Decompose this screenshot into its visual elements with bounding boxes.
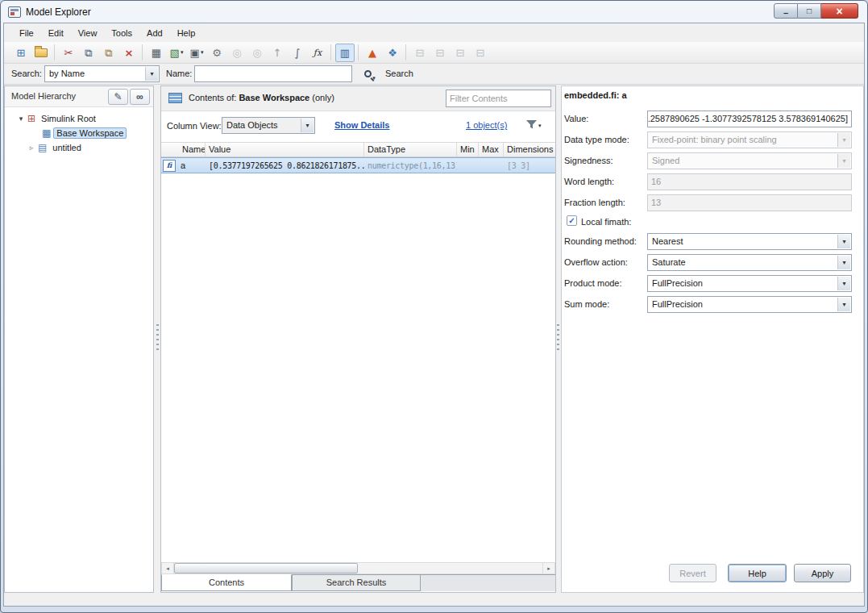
column-view-select[interactable]: Data Objects ▾ xyxy=(222,117,315,134)
new-data-icon[interactable]: ⊞ xyxy=(11,44,31,62)
menu-add[interactable]: Add xyxy=(139,26,170,40)
fraction-length-field: 13 xyxy=(647,194,852,211)
name-search-input[interactable] xyxy=(194,65,352,82)
column-view-value: Data Objects xyxy=(226,120,278,130)
simulink-root-icon xyxy=(27,114,35,123)
column-header-value[interactable]: Value xyxy=(206,143,364,156)
word-length-value: 16 xyxy=(651,177,661,186)
fraction-length-value: 13 xyxy=(651,198,661,207)
column-header-min[interactable]: Min xyxy=(457,143,479,156)
copy-icon[interactable]: ⧉ xyxy=(79,44,98,62)
chevron-down-icon: ▾ xyxy=(837,235,850,248)
column-header-name[interactable]: Name xyxy=(161,143,206,156)
minimize-button[interactable] xyxy=(774,3,798,19)
menu-view[interactable]: View xyxy=(71,26,105,40)
list-rows-icon xyxy=(168,93,182,103)
menubar: File Edit View Tools Add Help xyxy=(4,24,864,42)
sum-mode-value: FullPrecision xyxy=(652,299,703,309)
paste-to-icon: ⊟ xyxy=(471,44,490,62)
matlab-icon[interactable]: ▲ xyxy=(363,44,382,62)
grid-view-icon[interactable]: ▦ xyxy=(147,44,166,62)
search-icon-button[interactable]: ▾ xyxy=(358,65,382,83)
pencil-icon[interactable] xyxy=(108,89,128,105)
filter-contents-input[interactable] xyxy=(446,90,551,107)
column-header-max[interactable]: Max xyxy=(479,143,504,156)
tree-item-base-workspace[interactable]: Base Workspace xyxy=(42,126,127,140)
chart-icon[interactable]: ▧▾ xyxy=(167,44,186,62)
help-button[interactable]: Help xyxy=(728,564,787,582)
apply-button[interactable]: Apply xyxy=(794,564,851,582)
menu-file[interactable]: File xyxy=(12,26,41,40)
search-run-button[interactable]: Search xyxy=(385,69,413,78)
rounding-method-label: Rounding method: xyxy=(564,236,637,246)
contents-of-text: Contents of: Base Workspace (only) xyxy=(189,93,334,102)
cell-dimensions: [3 3] xyxy=(504,161,554,170)
chevron-down-icon: ▾ xyxy=(145,67,158,81)
column-header-dimensions[interactable]: Dimensions xyxy=(504,143,554,156)
scroll-left-arrow-icon[interactable]: ◂ xyxy=(162,563,174,573)
overflow-action-select[interactable]: Saturate ▾ xyxy=(647,254,852,271)
contents-of-scope: Base Workspace xyxy=(239,93,309,102)
tree-item-label: untitled xyxy=(49,142,84,153)
tree-item-untitled[interactable]: untitled xyxy=(27,140,85,154)
rounding-method-select[interactable]: Nearest ▾ xyxy=(647,233,852,250)
tree-item-label: Base Workspace xyxy=(53,127,127,139)
copy-to-icon-glyph: ⊟ xyxy=(436,48,445,58)
titlebar: Model Explorer xyxy=(8,4,91,20)
data-type-mode-label: Data type mode: xyxy=(564,135,629,144)
expander-icon[interactable] xyxy=(17,115,25,123)
column-view-icon[interactable]: ▥ xyxy=(335,44,355,62)
menu-edit[interactable]: Edit xyxy=(41,26,71,40)
chevron-down-icon: ▾ xyxy=(837,256,850,269)
word-length-field: 16 xyxy=(647,173,852,190)
pause-icon-glyph: ◎ xyxy=(252,48,261,58)
fx-icon[interactable]: ƒx xyxy=(308,44,327,62)
menu-tools[interactable]: Tools xyxy=(104,26,139,40)
tree-item-simulink-root[interactable]: Simulink Root xyxy=(17,111,99,125)
column-header-datatype[interactable]: DataType xyxy=(364,143,457,156)
signedness-select: Signed ▾ xyxy=(647,152,852,169)
move-to-icon: ⊟ xyxy=(451,44,470,62)
tab-search-results[interactable]: Search Results xyxy=(292,575,421,591)
delete-icon[interactable]: × xyxy=(119,44,139,62)
tab-contents[interactable]: Contents xyxy=(161,574,292,591)
value-field[interactable]: 2.2587890625 -1.3077392578125 3.57836914… xyxy=(647,111,852,127)
gear-icon[interactable]: ⚙ xyxy=(207,44,226,62)
glasses-icon[interactable] xyxy=(130,89,150,105)
view-options-icon[interactable]: ▣▾ xyxy=(187,44,206,62)
right-splitter-handle[interactable] xyxy=(557,324,559,353)
model-hierarchy-title: Model Hierarchy xyxy=(11,91,76,101)
paste-icon[interactable]: ⧉ xyxy=(99,44,118,62)
menu-help[interactable]: Help xyxy=(170,26,203,40)
funnel-icon[interactable]: ▾ xyxy=(525,119,542,131)
library-browser-icon-glyph: ❖ xyxy=(388,48,397,58)
chevron-down-icon: ▾ xyxy=(837,133,850,147)
model-hierarchy-header: Model Hierarchy xyxy=(5,86,153,107)
matlab-icon-glyph: ▲ xyxy=(368,48,376,58)
open-icon[interactable] xyxy=(31,44,51,62)
chevron-down-icon: ▾ xyxy=(837,277,850,290)
maximize-button[interactable] xyxy=(798,3,821,19)
scroll-right-arrow-icon[interactable]: ▸ xyxy=(542,563,554,573)
record-icon: ◎ xyxy=(227,44,247,62)
object-count-link[interactable]: 1 object(s) xyxy=(466,120,507,130)
local-fimath-label: Local fimath: xyxy=(581,217,631,227)
library-browser-icon[interactable]: ❖ xyxy=(383,44,402,62)
show-details-link[interactable]: Show Details xyxy=(334,120,389,130)
scrollbar-thumb[interactable] xyxy=(174,563,358,573)
model-hierarchy-panel xyxy=(4,85,154,593)
close-button[interactable] xyxy=(821,3,858,19)
left-splitter-handle[interactable] xyxy=(156,324,159,353)
signedness-value: Signed xyxy=(652,156,679,165)
cut-icon[interactable]: ✂ xyxy=(59,44,78,62)
paste-icon-glyph: ⧉ xyxy=(105,48,112,58)
view-options-icon-glyph: ▣ xyxy=(190,48,200,58)
table-row[interactable]: a [0.5377197265625 0.8621826171875... nu… xyxy=(161,157,555,173)
horizontal-scrollbar[interactable]: ◂ ▸ xyxy=(161,562,555,574)
product-mode-select[interactable]: FullPrecision ▾ xyxy=(647,275,852,292)
step-plot-icon[interactable]: ∫ xyxy=(288,44,307,62)
expander-icon[interactable] xyxy=(27,144,35,152)
sum-mode-select[interactable]: FullPrecision ▾ xyxy=(647,296,852,313)
local-fimath-checkbox[interactable] xyxy=(567,215,577,226)
search-type-select[interactable]: by Name ▾ xyxy=(44,65,160,82)
